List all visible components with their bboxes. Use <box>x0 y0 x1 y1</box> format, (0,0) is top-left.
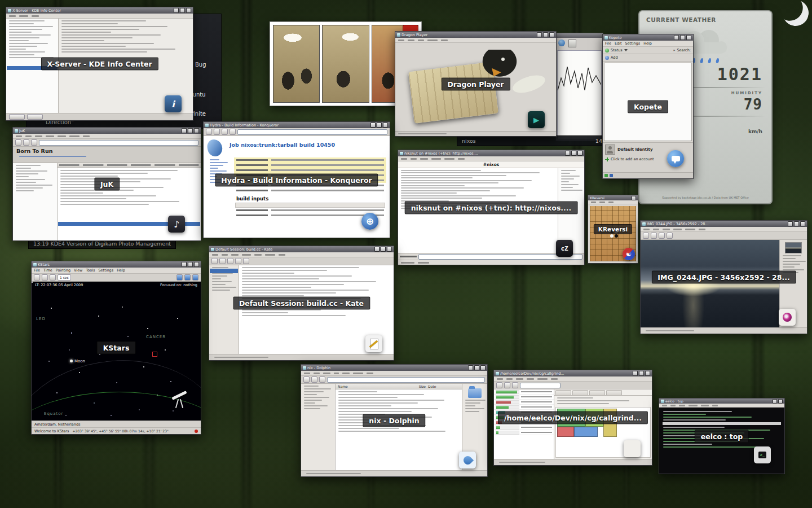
menubar[interactable] <box>13 134 201 139</box>
up-button[interactable] <box>319 376 325 383</box>
titlebar[interactable]: JuK <box>13 128 201 134</box>
reload-button[interactable] <box>230 129 236 135</box>
maximize-button[interactable] <box>381 247 386 252</box>
help-button[interactable] <box>9 114 25 120</box>
detail-tabs[interactable] <box>554 389 652 396</box>
maximize-button[interactable] <box>794 221 799 226</box>
window-dragon-player[interactable]: Dragon Player Dragon Player ▶ <box>395 31 557 137</box>
covered-window-titlebar[interactable]: nixos 14.1 <box>457 135 612 146</box>
titlebar[interactable]: KReversi <box>588 195 638 200</box>
add-button[interactable]: Add <box>611 55 618 60</box>
view-button[interactable] <box>651 233 657 239</box>
photo-view[interactable] <box>641 240 779 327</box>
minimize-button[interactable] <box>174 8 179 13</box>
menu-tools[interactable]: Tools <box>86 268 95 273</box>
window-kcachegrind[interactable]: /home/eelco/Dev/nix/cg/callgrind... <box>493 370 652 466</box>
zoom-in-button[interactable] <box>667 233 673 239</box>
menubar[interactable] <box>494 376 652 382</box>
minimize-button[interactable] <box>468 365 473 370</box>
file-list[interactable]: Name Size Date <box>336 384 462 470</box>
menubar[interactable] <box>641 227 807 232</box>
back-button[interactable] <box>206 129 212 135</box>
minimize-button[interactable] <box>773 399 777 404</box>
event-type-select[interactable] <box>520 383 561 388</box>
window-kate[interactable]: Default Session: build.cc - Kate Default… <box>209 246 394 361</box>
menubar[interactable] <box>588 200 638 204</box>
close-button[interactable] <box>686 35 691 40</box>
menubar[interactable] <box>398 156 584 161</box>
close-button[interactable] <box>645 371 650 376</box>
playlist-pane[interactable] <box>13 163 58 240</box>
maximize-button[interactable] <box>543 32 548 37</box>
menu-file[interactable]: File <box>605 41 611 46</box>
menubar[interactable] <box>659 404 784 408</box>
column-headers[interactable] <box>58 163 201 168</box>
open-button[interactable] <box>496 382 502 388</box>
open-button[interactable] <box>219 258 226 264</box>
minimize-button[interactable] <box>674 35 679 40</box>
column-headers[interactable]: Name Size Date <box>336 384 462 389</box>
save-button[interactable] <box>227 258 233 264</box>
status-button[interactable]: Status <box>611 48 623 52</box>
titlebar[interactable]: KStars <box>32 261 201 268</box>
now-playing-links[interactable] <box>16 156 197 157</box>
menu-help[interactable]: Help <box>117 268 125 273</box>
close-button[interactable] <box>632 196 636 200</box>
window-konqueror[interactable]: Hydra - Build Information - Konqueror Jo… <box>203 121 390 238</box>
titlebar[interactable]: Default Session: build.cc - Kate <box>209 246 394 252</box>
star-chart-button[interactable] <box>176 274 183 281</box>
close-button[interactable] <box>194 128 199 133</box>
minimize-button[interactable] <box>788 221 793 226</box>
documents-sidebar[interactable] <box>209 265 239 354</box>
close-button[interactable] <box>194 262 199 267</box>
titlebar[interactable]: /home/eelco/Dev/nix/cg/callgrind... <box>494 370 652 376</box>
window-gwenview[interactable]: IMG_0244.JPG - 3456x2592 - 28... IMG_024… <box>640 220 807 334</box>
close-button[interactable] <box>800 221 805 226</box>
titlebar[interactable]: Hydra - Build Information - Konqueror <box>204 122 390 128</box>
window-kstars[interactable]: KStars File Time Pointing View Tools Set… <box>31 261 201 435</box>
minimize-button[interactable] <box>633 371 638 376</box>
breadcrumb-bar[interactable] <box>327 377 485 383</box>
window-kinfocenter[interactable]: X-Server - KDE Info Center X-Server - KD… <box>6 7 193 121</box>
maximize-button[interactable] <box>474 365 479 370</box>
night-colors-button[interactable] <box>184 274 191 281</box>
avatar[interactable] <box>605 144 615 155</box>
window-kopete[interactable]: Kopete File Edit Settings Help Status » … <box>602 34 694 179</box>
titlebar[interactable]: nix - Dolphin <box>301 365 487 371</box>
add-account-link[interactable]: Click to add an account <box>611 157 654 161</box>
titlebar[interactable]: eelco : top <box>659 398 784 404</box>
pause-button[interactable] <box>23 139 29 146</box>
window-konsole[interactable]: eelco : top eelco : top >_ <box>659 398 785 474</box>
constellation-button[interactable] <box>192 274 198 281</box>
minimize-button[interactable] <box>565 151 570 156</box>
chevron-down-icon[interactable] <box>624 49 628 51</box>
minimize-button[interactable] <box>370 122 376 128</box>
toolbar-overflow[interactable]: » <box>673 48 675 52</box>
time-forward-button[interactable] <box>50 274 56 281</box>
channel-tabs[interactable] <box>398 260 584 265</box>
search-input[interactable] <box>39 140 198 146</box>
titlebar[interactable]: X-Server - KDE Info Center <box>6 7 193 14</box>
zoom-out-button[interactable] <box>659 233 665 239</box>
menu-settings[interactable]: Settings <box>98 268 113 273</box>
menu-view[interactable]: View <box>74 268 82 273</box>
menubar[interactable] <box>301 371 487 376</box>
maximize-button[interactable] <box>377 122 382 128</box>
maximize-button[interactable] <box>680 35 685 40</box>
maximize-button[interactable] <box>180 8 185 13</box>
location-bar[interactable] <box>237 129 387 135</box>
maximize-button[interactable] <box>188 262 193 267</box>
close-button[interactable] <box>387 247 392 252</box>
places-panel[interactable] <box>301 384 336 470</box>
menubar[interactable] <box>395 38 556 43</box>
maximize-button[interactable] <box>571 151 576 156</box>
menu-pointing[interactable]: Pointing <box>56 268 70 273</box>
close-button[interactable] <box>549 32 554 37</box>
close-button[interactable] <box>186 8 191 13</box>
minimize-button[interactable] <box>374 247 379 252</box>
forward-button[interactable] <box>311 376 317 383</box>
function-list[interactable] <box>494 389 554 459</box>
maximize-button[interactable] <box>639 371 644 376</box>
menu-help[interactable]: Help <box>643 41 652 46</box>
online-status-icon[interactable] <box>604 174 608 177</box>
